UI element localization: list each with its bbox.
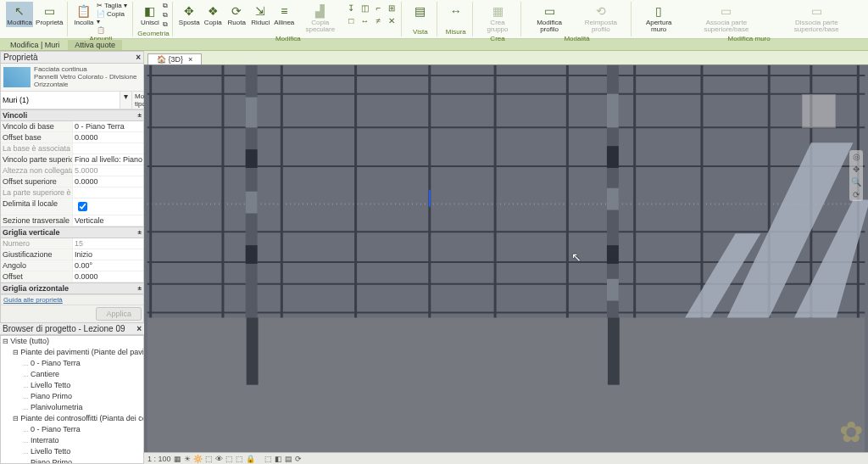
property-section[interactable]: Vincoli (1, 109, 143, 121)
misura-icon: ↔ (448, 3, 465, 20)
view-tabs: 🏠 {3D}× (144, 51, 868, 64)
property-row: Vincolo parte superioreFino al livello: … (1, 154, 143, 165)
project-browser: Viste (tutto)Piante dei pavimenti (Piant… (0, 335, 144, 464)
allinea-icon: ≡ (275, 3, 292, 20)
assocparte-button: ▭Associa parte superiore/base (682, 2, 770, 34)
property-value[interactable]: Fino al livello: Piano Primo (72, 154, 143, 165)
riduci-button[interactable]: ⇲Riduci (249, 2, 271, 27)
tree-item[interactable]: 0 - Piano Terra (21, 358, 143, 369)
vista-button[interactable]: ▤ (409, 2, 431, 20)
viewport[interactable]: ↖ ◎✥🔍⟳ (144, 64, 868, 452)
view-control-bar[interactable]: 1 : 100 ▦☀🔆⬚👁⬚⬚🔒 ⬚◧▤⟳ (144, 452, 868, 464)
property-row: Altezza non collegata5.0000 (1, 165, 143, 176)
ruota-icon: ⟳ (228, 3, 245, 20)
navigation-bar[interactable]: ◎✥🔍⟳ (849, 150, 863, 201)
dissocparte-button: ▭Dissocia parte superiore/base (772, 2, 861, 34)
apply-button[interactable]: Applica (96, 307, 142, 321)
svg-rect-39 (608, 317, 620, 384)
view-cube[interactable] (802, 94, 836, 128)
close-icon[interactable]: × (136, 324, 142, 333)
reimp-icon: ⟲ (593, 3, 609, 20)
sposta-button[interactable]: ✥Sposta (178, 2, 200, 27)
unisci-icon: ◧ (142, 3, 159, 20)
property-value[interactable]: Verticale (72, 215, 143, 226)
view-tab[interactable]: 🏠 {3D}× (147, 53, 202, 64)
property-value[interactable]: 0 - Piano Terra (72, 121, 143, 131)
property-row: Vincolo di base0 - Piano Terra (1, 121, 143, 132)
misura-button[interactable]: ↔ (445, 2, 467, 20)
edit-type-button[interactable]: Modifica tipo (131, 92, 143, 109)
properties-grid: VincoliVincolo di base0 - Piano TerraOff… (1, 109, 143, 294)
property-value[interactable] (72, 198, 143, 215)
copia2-icon: ❖ (204, 3, 221, 20)
ribbon-group: 📋Incolla✂ Taglia ▾📄 Copia ▾📋Appunti (70, 2, 133, 36)
proprieta-icon: ▭ (41, 3, 58, 20)
svg-rect-38 (247, 317, 259, 384)
tree-item[interactable]: Livello Tetto (21, 446, 143, 457)
dissocparte-icon: ▭ (808, 3, 825, 20)
property-value[interactable]: 0.00° (72, 260, 143, 271)
property-section[interactable]: Griglia verticale (1, 226, 143, 238)
modifica-icon: ↖ (11, 3, 28, 20)
properties-title: Proprietà (3, 53, 38, 62)
property-value (72, 187, 143, 198)
type-selector[interactable]: Facciata continua Pannelli Vetro Colorat… (1, 64, 143, 92)
properties-title-bar: Proprietà × (1, 52, 143, 64)
ribbon-group: ▭Modifica profilo⟲Reimposta profiloModal… (523, 2, 632, 36)
instance-filter[interactable] (1, 92, 120, 109)
riduci-icon: ⇲ (252, 3, 269, 20)
modprof-button[interactable]: ▭Modifica profilo (526, 2, 573, 34)
property-row: Sezione trasversaleVerticale (1, 215, 143, 226)
copiaspec-icon: ▟ (312, 3, 329, 20)
close-icon[interactable]: × (188, 55, 192, 64)
tree-item[interactable]: Livello Tetto (21, 380, 143, 391)
incolla-button[interactable]: 📋Incolla (73, 2, 95, 27)
tree-item[interactable]: Piante dei pavimenti (Piante del pavimen… (11, 347, 143, 358)
ribbon-group: ▦Crea gruppoCrea (475, 2, 520, 36)
tree-item[interactable]: Planivolumetria (21, 402, 143, 413)
proprieta-button[interactable]: ▭Proprietà (35, 2, 64, 27)
property-section[interactable]: Griglia orizzontale (1, 282, 143, 294)
zoom-icon: 🔍 (851, 177, 861, 187)
property-value[interactable]: Inizio (72, 249, 143, 260)
tree-item[interactable]: Piano Primo (21, 391, 143, 402)
options-tab[interactable]: Modifica | Muri (3, 40, 66, 50)
property-row: Delimita il locale (1, 198, 143, 215)
property-row: GiustificazioneInizio (1, 249, 143, 260)
unisci-button[interactable]: ◧Unisci (139, 2, 161, 27)
tree-item[interactable]: 0 - Piano Terra (21, 424, 143, 435)
scale-label[interactable]: 1 : 100 (147, 455, 171, 463)
property-row: Numero15 (1, 238, 143, 249)
copia2-button[interactable]: ❖Copia (202, 2, 224, 27)
apertura-button[interactable]: ▯Apertura muro (637, 2, 681, 34)
creag-icon: ▦ (489, 3, 506, 20)
sposta-icon: ✥ (181, 3, 198, 20)
property-row: Offset0.0000 (1, 271, 143, 282)
watermark-icon: ✿ (839, 415, 863, 449)
wheel-icon: ◎ (853, 152, 860, 161)
property-value[interactable]: 0.0000 (72, 271, 143, 282)
property-row: Offset superiore0.0000 (1, 176, 143, 187)
property-value[interactable]: 0.0000 (72, 132, 143, 143)
dropdown-icon[interactable]: ▾ (120, 92, 131, 109)
incolla-icon: 📋 (75, 3, 92, 20)
allinea-button[interactable]: ≡Allinea (273, 2, 295, 27)
tree-item[interactable]: Viste (tutto) (1, 336, 143, 347)
tree-item[interactable]: Piante dei controsoffitti (Pianta dei co… (11, 413, 143, 424)
modifica-button[interactable]: ↖Modifica (6, 2, 33, 27)
ruota-button[interactable]: ⟳Ruota (225, 2, 248, 27)
tree-item[interactable]: Interrato (21, 435, 143, 446)
ribbon-group: ↖Modifica▭Proprietà (3, 2, 68, 36)
properties-help-link[interactable]: Guida alle proprietà (1, 294, 143, 305)
close-icon[interactable]: × (136, 53, 141, 62)
tree-item[interactable]: Cantiere (21, 369, 143, 380)
browser-title: Browser di progetto - Lezione 09 (3, 324, 125, 333)
property-row: Offset base0.0000 (1, 132, 143, 143)
property-value (72, 143, 143, 154)
tree-item[interactable]: Piano Primo (21, 457, 143, 464)
vista-icon: ▤ (412, 3, 429, 20)
properties-palette: Proprietà × Facciata continua Pannelli V… (0, 51, 144, 323)
property-row: Angolo0.00° (1, 260, 143, 271)
property-value[interactable]: 0.0000 (72, 176, 143, 187)
options-tab[interactable]: Attiva quote (68, 40, 122, 50)
